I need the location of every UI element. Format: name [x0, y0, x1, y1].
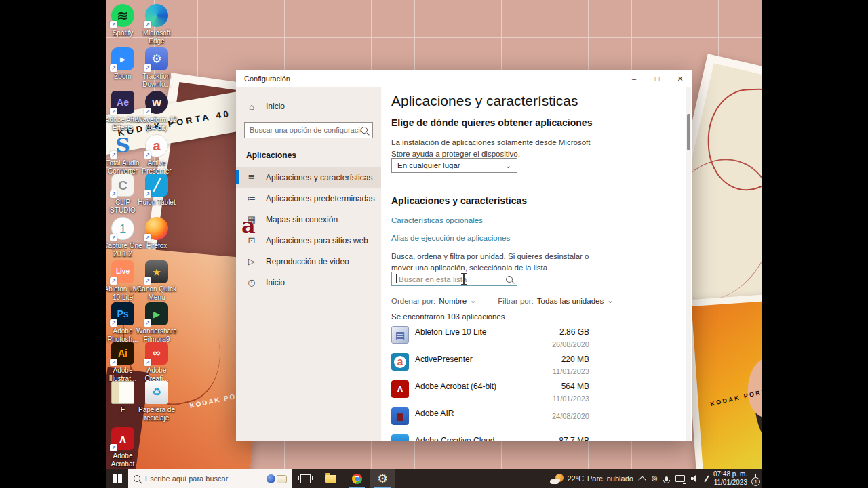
sidebar-item-apps-features[interactable]: ≣Aplicaciones y características	[236, 167, 381, 188]
chevron-down-icon[interactable]: ⌄	[607, 296, 613, 305]
window-title: Configuración	[236, 75, 290, 83]
weather-widget[interactable]: 22°C Parc. nublado	[550, 474, 633, 484]
desktop-icon-label: Active Presenter	[136, 159, 178, 175]
shortcut-arrow-icon: ↗	[110, 190, 117, 198]
filter-label: Filtrar por:	[498, 297, 533, 305]
desktop-icon-label: Wondershare Filmora9	[136, 327, 178, 343]
settings-taskbar-button[interactable]: ⚙	[370, 469, 395, 488]
settings-main: Aplicaciones y características Elige de …	[381, 87, 692, 441]
sidebar-item-startup[interactable]: ◷Inicio	[236, 272, 381, 293]
activepresenter-app-icon: a	[391, 353, 409, 371]
app-size: 87.7 MB	[532, 434, 589, 441]
minimize-button[interactable]: –	[623, 70, 646, 87]
filter-value[interactable]: Todas las unidades	[537, 297, 604, 305]
app-source-value: En cualquier lugar	[397, 161, 460, 169]
file-icon	[111, 381, 134, 404]
start-button[interactable]	[106, 469, 128, 488]
apps-features-heading: Aplicaciones y características	[391, 195, 527, 206]
desktop-icon-creativecloud[interactable]: ∞↗Adobe Creati...	[136, 342, 178, 382]
speaker-icon[interactable]	[691, 475, 700, 482]
sidebar-item-default-apps[interactable]: ≔Aplicaciones predeterminadas	[236, 188, 381, 209]
pen-icon[interactable]	[704, 475, 709, 482]
app-row[interactable]: aActivePresenter220 MB11/01/2023	[391, 352, 589, 380]
desktop-icon-firefox[interactable]: ↗Firefox	[136, 217, 178, 250]
tray-recorder-icon[interactable]: ⊚	[651, 474, 658, 483]
shortcut-arrow-icon: ↗	[110, 108, 117, 115]
sidebar-item-label: Aplicaciones para sitios web	[266, 236, 368, 245]
shortcut-arrow-icon: ↗	[110, 21, 117, 28]
chrome-button[interactable]	[344, 469, 370, 488]
tray-expand-icon[interactable]	[638, 476, 646, 483]
shortcut-arrow-icon: ↗	[144, 108, 151, 115]
file-explorer-button[interactable]	[318, 469, 344, 488]
sidebar-section-label: Aplicaciones	[236, 138, 381, 167]
scrollbar-thumb[interactable]	[687, 114, 690, 150]
portrait-face	[746, 356, 762, 418]
app-source-dropdown[interactable]: En cualquier lugar ⌄	[391, 158, 517, 173]
sidebar-item-label: Aplicaciones predeterminadas	[266, 194, 375, 203]
video-playback-icon: ▷	[246, 256, 257, 266]
sidebar-item-video-playback[interactable]: ▷Reproducción de video	[236, 251, 381, 272]
sort-value[interactable]: Nombre	[439, 297, 467, 305]
app-row[interactable]: ʌAdobe Acrobat (64-bit)564 MB11/01/2023	[391, 380, 589, 407]
maximize-button[interactable]: □	[646, 70, 669, 87]
taskbar: Escribe aquí para buscar ⚙ 22°C Parc. nu…	[106, 469, 762, 488]
sidebar-item-apps-websites[interactable]: ⊡Aplicaciones para sitios web	[236, 230, 381, 251]
task-view-button[interactable]	[292, 469, 318, 488]
settings-search-input[interactable]: Buscar una opción de configuración	[244, 122, 373, 138]
app-row[interactable]: Adobe Creative Cloud87.7 MB	[391, 434, 589, 441]
sidebar-item-offline-maps[interactable]: ▦Mapas sin conexión	[236, 209, 381, 230]
optional-features-link[interactable]: Características opcionales	[391, 216, 483, 224]
clock[interactable]: 07:48 p. m. 11/01/2023	[713, 470, 747, 487]
shortcut-arrow-icon: ↗	[144, 277, 151, 285]
search-icon	[361, 127, 368, 134]
shortcut-arrow-icon: ↗	[110, 444, 117, 451]
acrobat-app-icon: ʌ	[391, 380, 409, 398]
action-center-button[interactable]: 1	[755, 474, 756, 483]
desktop-icon-acrobat[interactable]: ʌ↗Adobe Acrobat	[106, 427, 144, 468]
app-aliases-link[interactable]: Alias de ejecución de aplicaciones	[391, 234, 510, 242]
gear-icon: ⚙	[377, 473, 387, 485]
yarn-ball-icon	[267, 474, 275, 483]
desktop-icon-waveform[interactable]: W↗Waveform 12 (64 bit)	[136, 91, 178, 131]
desktop-icon-filmora[interactable]: ▶↗Wondershare Filmora9	[136, 302, 178, 343]
notification-badge: 1	[751, 477, 760, 486]
desktop-icon-canonquick[interactable]: ★↗Canon Quick Menu	[136, 260, 178, 301]
sidebar-item-home[interactable]: ⌂ Inicio	[236, 96, 381, 117]
desktop-icon-activepresenter[interactable]: a↗Active Presenter	[136, 134, 178, 175]
window-titlebar[interactable]: Configuración – □ ✕	[236, 70, 692, 87]
shortcut-arrow-icon: ↗	[144, 190, 151, 198]
desktop-icon-label: Firefox	[146, 242, 167, 250]
home-icon: ⌂	[246, 102, 257, 112]
close-button[interactable]: ✕	[669, 70, 692, 87]
desktop-icon-tracktion[interactable]: ⚙↗Tracktion Downlo...	[136, 47, 178, 88]
microphone-icon[interactable]	[665, 476, 668, 481]
desktop-icon-label: Huion Tablet	[138, 199, 175, 207]
sidebar-item-label: Reproducción de video	[266, 257, 349, 266]
app-row[interactable]: ▆Adobe AIR24/08/2020	[391, 407, 589, 434]
sun-cloud-icon	[550, 474, 564, 484]
desktop-icon-label: Papelera de reciclaje	[136, 406, 178, 422]
apps-features-icon: ≣	[246, 172, 257, 182]
shortcut-arrow-icon: ↗	[144, 234, 151, 241]
app-name: Adobe Creative Cloud	[409, 434, 532, 441]
desktop-icon-edge[interactable]: ↗Microsoft Edge	[136, 4, 178, 45]
desktop-icon-recyclebin[interactable]: ♻Papelera de reciclaje	[136, 381, 178, 422]
settings-window: Configuración – □ ✕ ⌂ Inicio Buscar una …	[236, 70, 692, 441]
windows-logo-icon	[113, 474, 122, 483]
app-list-search-input[interactable]: Buscar en esta lista	[391, 272, 517, 286]
search-icon	[134, 475, 140, 482]
app-row[interactable]: ▤Ableton Live 10 Lite2.86 GB26/08/2020	[391, 325, 589, 352]
app-size: 564 MB	[532, 380, 589, 391]
sidebar-item-label: Mapas sin conexión	[266, 215, 338, 224]
display-icon[interactable]	[675, 475, 685, 482]
page-title: Aplicaciones y características	[391, 93, 578, 109]
app-name: Adobe Acrobat (64-bit)	[409, 380, 532, 391]
list-description: Busca, ordena y filtra por unidad. Si qu…	[391, 251, 603, 273]
desktop-icon-label: Adobe Creati...	[136, 367, 178, 382]
desktop-icon-huion[interactable]: ╱↗Huion Tablet	[136, 174, 178, 207]
app-name: ActivePresenter	[409, 352, 532, 364]
chevron-down-icon[interactable]: ⌄	[470, 296, 476, 305]
desktop-icon-label: Spotify	[113, 29, 134, 37]
taskbar-search-input[interactable]: Escribe aquí para buscar	[128, 469, 292, 488]
